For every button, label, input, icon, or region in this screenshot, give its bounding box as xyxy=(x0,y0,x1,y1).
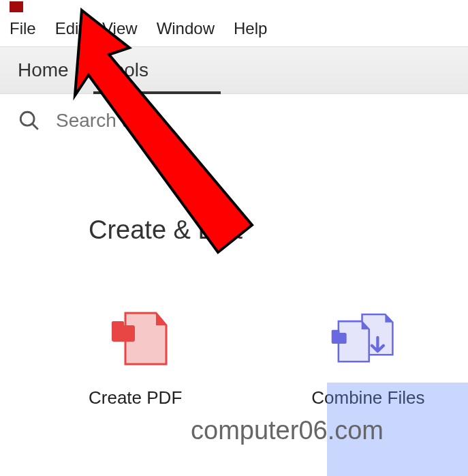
watermark-highlight xyxy=(327,383,468,476)
tab-bar: Home Tools xyxy=(0,46,468,94)
search-input[interactable] xyxy=(56,110,260,132)
svg-line-1 xyxy=(32,123,38,130)
tab-home[interactable]: Home xyxy=(0,47,87,93)
title-bar: Adobe Acrobat Pro DC xyxy=(0,0,468,12)
menu-bar: File Edit View Window Help xyxy=(0,12,468,46)
menu-view[interactable]: View xyxy=(102,19,138,38)
menu-help[interactable]: Help xyxy=(234,19,267,38)
search-row xyxy=(0,94,468,147)
content-area: Create & Edit Create PDF Combine Files xyxy=(0,147,468,408)
menu-window[interactable]: Window xyxy=(157,19,215,38)
app-title: Adobe Acrobat Pro DC xyxy=(29,0,208,3)
section-title: Create & Edit xyxy=(89,215,468,245)
tool-create-pdf-label: Create PDF xyxy=(89,387,182,408)
svg-rect-5 xyxy=(332,330,340,335)
search-icon xyxy=(18,109,41,132)
menu-file[interactable]: File xyxy=(10,19,36,38)
tool-create-pdf[interactable]: Create PDF xyxy=(89,306,182,408)
create-pdf-icon xyxy=(98,306,173,371)
tab-tools[interactable]: Tools xyxy=(87,47,166,93)
combine-files-icon xyxy=(330,306,405,371)
svg-point-0 xyxy=(20,112,34,125)
app-icon xyxy=(10,1,23,12)
menu-edit[interactable]: Edit xyxy=(55,19,83,38)
svg-rect-3 xyxy=(112,321,124,328)
